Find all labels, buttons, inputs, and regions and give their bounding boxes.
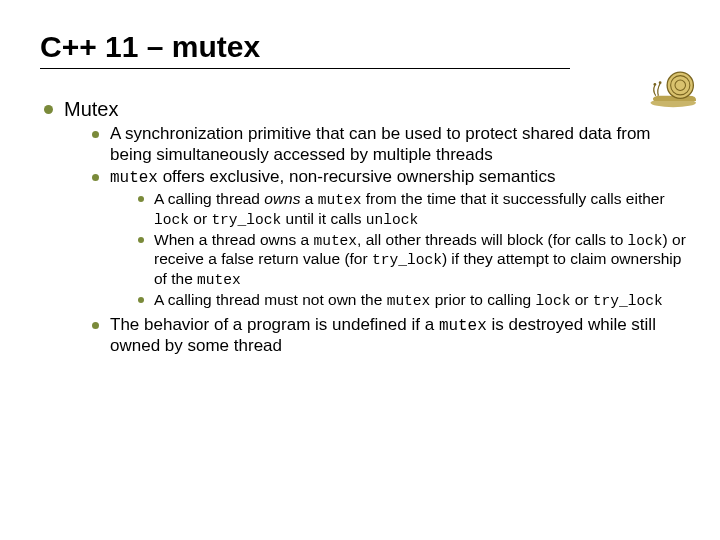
bullet-text: A calling thread must not own the xyxy=(154,291,387,308)
code-text: mutex xyxy=(110,169,158,187)
code-text: try_lock xyxy=(211,212,281,228)
code-text: try_lock xyxy=(372,252,442,268)
bullet-text: or xyxy=(189,210,211,227)
italic-text: owns xyxy=(264,190,300,207)
code-text: lock xyxy=(535,293,570,309)
bullet-text: The behavior of a program is undefined i… xyxy=(110,315,439,334)
list-item: Mutex A synchronization primitive that c… xyxy=(40,97,692,357)
title-rule xyxy=(40,68,570,69)
bullet-text: , all other threads will block (for call… xyxy=(357,231,628,248)
bullet-text: offers exclusive, non-recursive ownershi… xyxy=(158,167,555,186)
slide-title: C++ 11 – mutex xyxy=(40,30,692,64)
bullet-text: a xyxy=(300,190,317,207)
code-text: lock xyxy=(154,212,189,228)
bullet-text: until it calls xyxy=(281,210,365,227)
bullet-text: When a thread owns a xyxy=(154,231,313,248)
code-text: mutex xyxy=(318,192,362,208)
list-item: A synchronization primitive that can be … xyxy=(88,124,692,165)
code-text: unlock xyxy=(366,212,418,228)
code-text: try_lock xyxy=(593,293,663,309)
code-text: mutex xyxy=(197,272,241,288)
code-text: lock xyxy=(628,233,663,249)
bullet-text: from the time that it successfully calls… xyxy=(361,190,664,207)
bullet-text: A synchronization primitive that can be … xyxy=(110,124,651,164)
list-item: The behavior of a program is undefined i… xyxy=(88,315,692,357)
code-text: mutex xyxy=(439,317,487,335)
code-text: mutex xyxy=(387,293,431,309)
svg-point-2 xyxy=(653,83,656,86)
list-item: mutex offers exclusive, non-recursive ow… xyxy=(88,167,692,310)
bullet-list: Mutex A synchronization primitive that c… xyxy=(40,97,692,357)
bullet-text: or xyxy=(570,291,592,308)
list-item: A calling thread must not own the mutex … xyxy=(132,291,692,311)
code-text: mutex xyxy=(313,233,357,249)
bullet-text: Mutex xyxy=(64,98,118,120)
svg-point-3 xyxy=(659,81,662,84)
bullet-text: prior to calling xyxy=(430,291,535,308)
slide: C++ 11 – mutex Mutex A synchronization p… xyxy=(0,0,720,387)
list-item: When a thread owns a mutex, all other th… xyxy=(132,231,692,290)
bullet-text: A calling thread xyxy=(154,190,264,207)
list-item: A calling thread owns a mutex from the t… xyxy=(132,190,692,230)
